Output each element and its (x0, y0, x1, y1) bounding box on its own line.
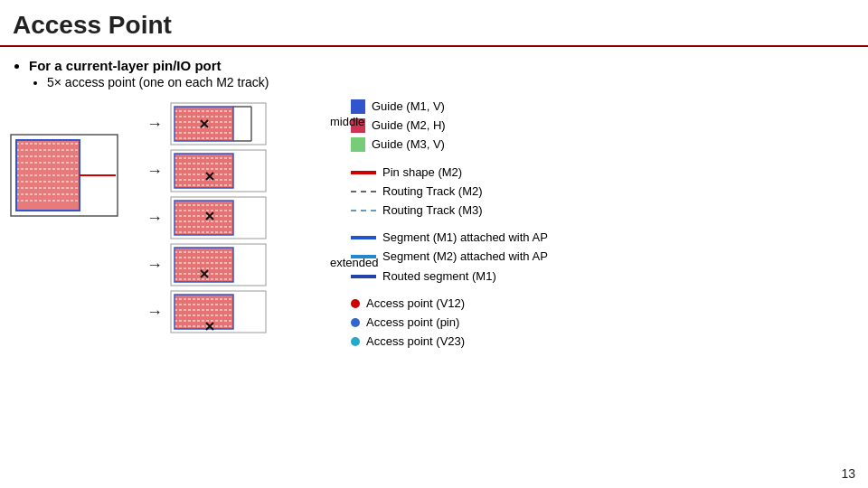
legend-text-routed-m1: Routed segment (M1) (382, 268, 496, 285)
label-extended: extended (330, 256, 379, 269)
bullet-l1: For a current-layer pin/IO port (29, 58, 855, 73)
legend-item-routing-m3: Routing Track (M3) (351, 202, 548, 219)
diagram-row-3: → (145, 196, 269, 239)
diagram-row-4: → extended (145, 243, 269, 286)
legend-text-ap-pin: Access point (pin) (366, 314, 459, 331)
legend-item-guide-m3v: Guide (M3, V) (351, 136, 548, 153)
legend-text-ap-v12: Access point (V12) (366, 296, 465, 312)
legend-text-pin: Pin shape (M2) (382, 164, 462, 181)
arrow-1: → (145, 115, 165, 134)
legend-text-seg-m2: Segment (M2) attached with AP (382, 249, 548, 265)
page-title: Access Point (0, 0, 868, 47)
mini-diagram-4 (170, 243, 269, 286)
legend-line-seg-m1 (351, 236, 376, 239)
center-diagrams: → (145, 102, 269, 350)
legend-item-guide-m1v: Guide (M1, V) (351, 99, 548, 115)
legend-item-seg-m2: Segment (M2) attached with AP (351, 249, 548, 265)
mini-diagram-5 (170, 290, 269, 333)
main-content: → (0, 93, 868, 350)
label-middle: middle (330, 115, 364, 128)
svg-rect-29 (175, 154, 233, 188)
legend-item-guide-m2h: Guide (M2, H) (351, 117, 548, 134)
legend-line-routed-m1 (351, 275, 376, 278)
arrow-2: → (145, 162, 165, 181)
legend-text-ap-v23: Access point (V23) (366, 333, 465, 350)
arrow-4: → (145, 256, 165, 275)
arrow-5: → (145, 303, 165, 322)
legend-dot-v23 (351, 337, 360, 346)
legend-text-m1v: Guide (M1, V) (372, 99, 445, 115)
page-number: 13 (841, 466, 855, 481)
legend-text-seg-m1: Segment (M1) attached with AP (382, 230, 548, 246)
legend-item-ap-v12: Access point (V12) (351, 296, 548, 312)
legend-item-routing-m2: Routing Track (M2) (351, 183, 548, 200)
diagram-row-1: → (145, 102, 269, 145)
bullet-section: For a current-layer pin/IO port 5× acces… (0, 54, 868, 93)
legend: Guide (M1, V) Guide (M2, H) Guide (M3, V… (351, 99, 548, 350)
arrow-3: → (145, 209, 165, 228)
mini-diagram-3 (170, 196, 269, 239)
legend-item-ap-pin: Access point (pin) (351, 314, 548, 331)
legend-dot-v12 (351, 299, 360, 308)
legend-item-routed-m1: Routed segment (M1) (351, 268, 548, 285)
left-diagram (9, 126, 127, 225)
mini-diagram-2 (170, 149, 269, 192)
mini-diagram-1 (170, 102, 269, 145)
legend-line-pin (351, 171, 376, 174)
bullet-l2: 5× access point (one on each M2 track) (47, 75, 855, 89)
diagram-row-2: → (145, 149, 269, 192)
legend-text-routing-m2: Routing Track (M2) (382, 183, 483, 200)
svg-rect-62 (175, 295, 233, 329)
legend-text-m3v: Guide (M3, V) (372, 136, 445, 153)
svg-rect-51 (175, 248, 233, 282)
legend-item-ap-v23: Access point (V23) (351, 333, 548, 350)
legend-item-pin-shape: Pin shape (M2) (351, 164, 548, 181)
legend-text-routing-m3: Routing Track (M3) (382, 202, 483, 219)
svg-rect-40 (175, 201, 233, 235)
diagram-row-5: → (145, 290, 269, 333)
legend-color-m1v (351, 99, 365, 114)
legend-dashed-m3 (351, 210, 376, 211)
legend-color-m3v (351, 137, 365, 152)
legend-text-m2h: Guide (M2, H) (372, 117, 446, 134)
legend-dot-pin (351, 318, 360, 327)
legend-dashed-m2 (351, 191, 376, 192)
legend-item-seg-m1: Segment (M1) attached with AP (351, 230, 548, 246)
